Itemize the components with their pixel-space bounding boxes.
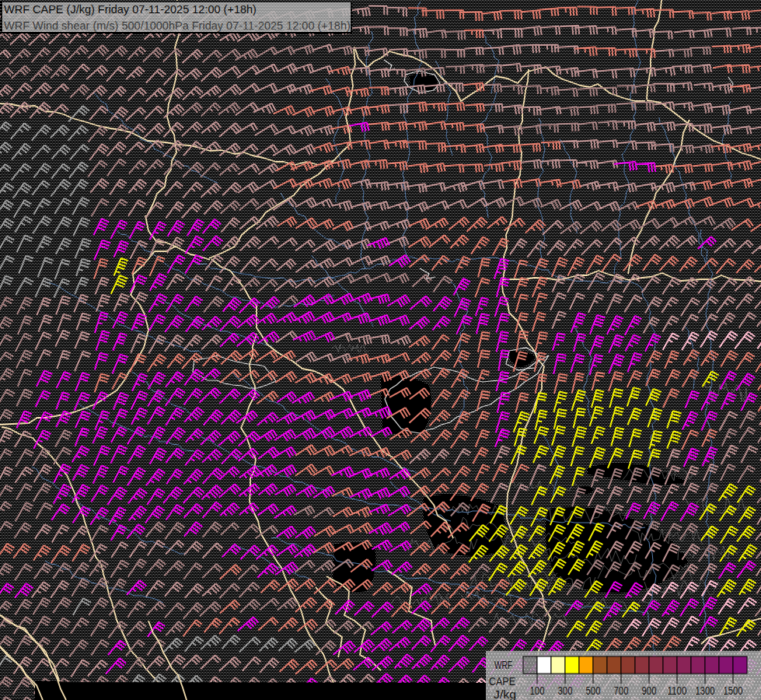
svg-text:900: 900 (642, 684, 657, 697)
svg-text:100: 100 (530, 684, 545, 697)
svg-text:CAPE: CAPE (489, 675, 515, 688)
svg-text:500: 500 (586, 684, 601, 697)
svg-text:WRF CAPE (J/kg) Friday 07-11-2: WRF CAPE (J/kg) Friday 07-11-2025 12:00 … (4, 3, 257, 16)
svg-text:700: 700 (614, 684, 629, 697)
svg-text:WRF Wind shear (m/s) 500/1000h: WRF Wind shear (m/s) 500/1000hPa Friday … (4, 19, 351, 32)
svg-text:1300: 1300 (696, 684, 715, 697)
svg-text:300: 300 (558, 684, 573, 697)
svg-text:1100: 1100 (668, 684, 687, 697)
svg-text:WRF: WRF (494, 659, 512, 671)
svg-text:J/kg: J/kg (494, 688, 516, 700)
svg-text:1500: 1500 (724, 684, 743, 697)
